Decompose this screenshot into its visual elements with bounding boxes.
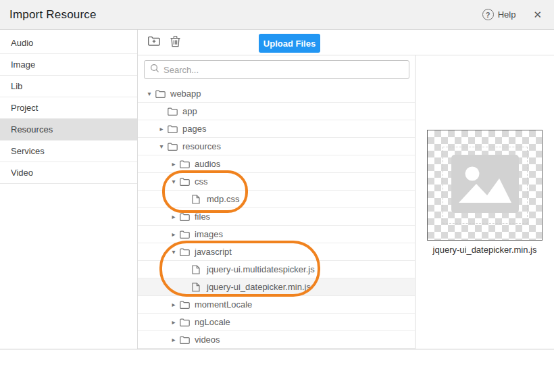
tree-row-files[interactable]: ▸ files	[138, 208, 415, 226]
add-folder-button[interactable]	[145, 33, 163, 52]
folder-icon	[180, 248, 191, 256]
file-tree: ▾ webapp app ▸	[138, 85, 415, 349]
image-placeholder-icon	[451, 155, 519, 216]
folder-icon	[155, 90, 166, 98]
sidebar-item-lib[interactable]: Lib	[0, 76, 137, 97]
tree-item-label: mdp.css	[207, 194, 239, 204]
expand-arrow-icon[interactable]: ▸	[168, 336, 180, 343]
preview-caption: jquery-ui_datepicker.min.js	[416, 245, 554, 255]
tree-row-jquery-ui-datepicker-min-js[interactable]: jquery-ui_datepicker.min.js	[138, 278, 415, 296]
sidebar-item-label: Project	[11, 103, 38, 113]
sidebar-item-resources[interactable]: Resources	[0, 119, 137, 141]
tree-row-audios[interactable]: ▸ audios	[138, 155, 415, 173]
tree-item-label: files	[195, 212, 210, 222]
tree-item-label: jquery-ui_datepicker.min.js	[207, 282, 311, 292]
footer-bar: Selected folder: Close	[0, 349, 554, 392]
search-box[interactable]	[144, 60, 409, 79]
expand-arrow-icon[interactable]: ▸	[168, 301, 180, 308]
preview-panel: jquery-ui_datepicker.min.js	[416, 55, 554, 349]
tree-row-webapp[interactable]: ▾ webapp	[138, 85, 415, 103]
expand-arrow-icon[interactable]: ▸	[168, 230, 180, 238]
dialog-header: Import Resource ? Help ✕	[0, 0, 554, 30]
sidebar: Audio Image Lib Project Resources Servic…	[0, 30, 138, 349]
sidebar-item-label: Services	[11, 146, 45, 156]
tree-item-label: javascript	[195, 247, 232, 257]
help-label: Help	[498, 9, 516, 20]
sidebar-item-image[interactable]: Image	[0, 54, 137, 76]
folder-icon	[180, 318, 191, 326]
sidebar-item-label: Image	[11, 59, 35, 70]
sidebar-item-services[interactable]: Services	[0, 141, 137, 162]
expand-arrow-icon[interactable]: ▾	[168, 248, 180, 255]
tree-item-label: images	[195, 229, 223, 239]
expand-arrow-icon[interactable]: ▾	[155, 143, 168, 150]
tree-item-label: jquery-ui.multidatespicker.js	[207, 264, 315, 274]
file-icon	[192, 195, 203, 204]
sidebar-item-label: Lib	[11, 81, 22, 91]
folder-icon	[168, 125, 178, 133]
close-icon[interactable]: ✕	[530, 7, 545, 22]
tree-row-app[interactable]: app	[138, 103, 415, 120]
tree-item-label: webapp	[170, 89, 201, 99]
folder-icon	[180, 301, 191, 309]
sidebar-item-project[interactable]: Project	[0, 97, 137, 119]
help-icon: ?	[482, 9, 494, 20]
search-input[interactable]	[163, 65, 403, 75]
tree-row-mdp-css[interactable]: mdp.css	[138, 191, 415, 208]
folder-icon	[180, 230, 191, 239]
search-icon	[150, 64, 159, 76]
file-tree-panel: ▾ webapp app ▸	[138, 55, 416, 349]
placeholder-frame	[443, 147, 528, 224]
delete-button[interactable]	[166, 33, 184, 52]
tree-row-images[interactable]: ▸ images	[138, 226, 415, 243]
tree-item-label: app	[182, 106, 197, 116]
folder-icon	[168, 107, 178, 116]
tree-row-resources[interactable]: ▾ resources	[138, 138, 415, 155]
delete-icon	[170, 35, 181, 50]
tree-item-label: pages	[182, 124, 206, 134]
help-button[interactable]: ? Help	[482, 9, 516, 20]
expand-arrow-icon[interactable]: ▸	[155, 125, 168, 132]
tree-row-css[interactable]: ▾ css	[138, 173, 415, 191]
tree-item-label: css	[195, 176, 208, 187]
sidebar-item-label: Video	[11, 168, 33, 178]
sidebar-item-label: Audio	[11, 38, 33, 48]
expand-arrow-icon[interactable]: ▾	[168, 178, 180, 185]
folder-icon	[180, 336, 191, 344]
import-resource-dialog: Import Resource ? Help ✕ Audio Image Lib…	[0, 0, 554, 392]
file-icon	[192, 283, 203, 292]
tree-row-nglocale[interactable]: ▸ ngLocale	[138, 314, 415, 331]
tree-item-label: videos	[195, 335, 220, 345]
search-area	[138, 55, 415, 85]
tree-row-pages[interactable]: ▸ pages	[138, 120, 415, 138]
tree-item-label: resources	[182, 141, 221, 151]
folder-icon	[180, 160, 191, 168]
folder-icon	[168, 143, 178, 151]
upload-files-button[interactable]: Upload Files	[259, 34, 320, 53]
expand-arrow-icon[interactable]: ▾	[143, 90, 155, 97]
tree-item-label: ngLocale	[195, 317, 230, 327]
tree-row-videos[interactable]: ▸ videos	[138, 331, 415, 349]
toolbar: Upload Files	[138, 30, 554, 55]
tree-row-jquery-ui-multidatespicker-js[interactable]: jquery-ui.multidatespicker.js	[138, 261, 415, 278]
preview-box	[427, 130, 543, 241]
expand-arrow-icon[interactable]: ▸	[168, 160, 180, 168]
sidebar-item-audio[interactable]: Audio	[0, 32, 137, 54]
tree-row-javascript[interactable]: ▾ javascript	[138, 243, 415, 261]
expand-arrow-icon[interactable]: ▸	[168, 213, 180, 220]
page-title: Import Resource	[9, 8, 97, 22]
folder-icon	[180, 178, 191, 186]
folder-icon	[180, 213, 191, 221]
tree-item-label: momentLocale	[195, 299, 252, 310]
file-icon	[192, 265, 203, 274]
sidebar-item-label: Resources	[11, 124, 53, 134]
expand-arrow-icon[interactable]: ▸	[168, 318, 180, 326]
tree-item-label: audios	[195, 159, 220, 169]
sidebar-item-video[interactable]: Video	[0, 162, 137, 184]
tree-row-momentlocale[interactable]: ▸ momentLocale	[138, 296, 415, 314]
add-folder-icon	[147, 35, 161, 49]
